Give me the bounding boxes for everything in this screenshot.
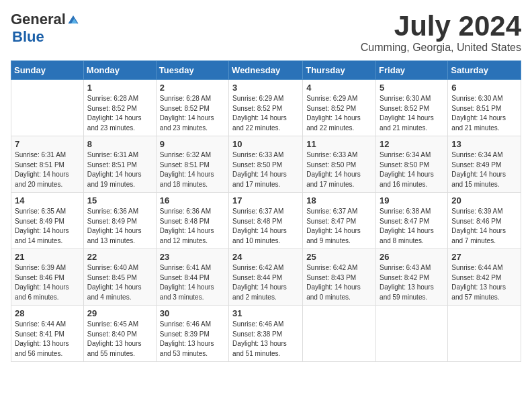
- calendar-cell: 2Sunrise: 6:28 AM Sunset: 8:52 PM Daylig…: [156, 80, 228, 136]
- day-number: 12: [380, 139, 444, 149]
- day-info: Sunrise: 6:44 AM Sunset: 8:41 PM Dayligh…: [15, 320, 80, 359]
- calendar-cell: 26Sunrise: 6:43 AM Sunset: 8:42 PM Dayli…: [376, 249, 448, 306]
- day-number: 8: [87, 139, 152, 149]
- calendar-cell: [11, 80, 84, 136]
- calendar-week-4: 21Sunrise: 6:39 AM Sunset: 8:46 PM Dayli…: [11, 249, 521, 306]
- day-number: 5: [380, 83, 444, 93]
- day-number: 11: [306, 139, 372, 149]
- day-info: Sunrise: 6:44 AM Sunset: 8:42 PM Dayligh…: [451, 263, 517, 302]
- day-info: Sunrise: 6:42 AM Sunset: 8:44 PM Dayligh…: [232, 263, 299, 302]
- logo-icon: [67, 13, 79, 26]
- day-info: Sunrise: 6:34 AM Sunset: 8:50 PM Dayligh…: [380, 150, 444, 189]
- calendar-week-5: 28Sunrise: 6:44 AM Sunset: 8:41 PM Dayli…: [11, 306, 521, 362]
- day-number: 6: [451, 83, 517, 93]
- calendar-cell: 29Sunrise: 6:45 AM Sunset: 8:40 PM Dayli…: [83, 306, 156, 362]
- calendar-cell: 20Sunrise: 6:39 AM Sunset: 8:46 PM Dayli…: [448, 193, 521, 249]
- day-info: Sunrise: 6:31 AM Sunset: 8:51 PM Dayligh…: [15, 150, 80, 189]
- calendar-cell: 15Sunrise: 6:36 AM Sunset: 8:49 PM Dayli…: [83, 193, 156, 249]
- calendar-cell: 17Sunrise: 6:37 AM Sunset: 8:48 PM Dayli…: [229, 193, 303, 249]
- calendar-cell: 19Sunrise: 6:38 AM Sunset: 8:47 PM Dayli…: [376, 193, 448, 249]
- title-area: July 2024 Cumming, Georgia, United State…: [361, 11, 521, 54]
- day-info: Sunrise: 6:34 AM Sunset: 8:49 PM Dayligh…: [451, 150, 517, 189]
- day-number: 17: [232, 195, 299, 205]
- calendar-cell: 4Sunrise: 6:29 AM Sunset: 8:52 PM Daylig…: [303, 80, 376, 136]
- day-number: 7: [15, 139, 80, 149]
- day-info: Sunrise: 6:36 AM Sunset: 8:48 PM Dayligh…: [160, 207, 225, 246]
- calendar-cell: [376, 306, 448, 362]
- calendar-cell: 13Sunrise: 6:34 AM Sunset: 8:49 PM Dayli…: [448, 136, 521, 193]
- day-info: Sunrise: 6:32 AM Sunset: 8:51 PM Dayligh…: [160, 150, 225, 189]
- day-number: 30: [160, 308, 225, 318]
- day-number: 26: [380, 252, 444, 262]
- day-info: Sunrise: 6:29 AM Sunset: 8:52 PM Dayligh…: [306, 94, 372, 133]
- day-number: 27: [451, 252, 517, 262]
- calendar-cell: [303, 306, 376, 362]
- day-number: 18: [306, 195, 372, 205]
- calendar-week-1: 1Sunrise: 6:28 AM Sunset: 8:52 PM Daylig…: [11, 80, 521, 136]
- calendar-cell: 28Sunrise: 6:44 AM Sunset: 8:41 PM Dayli…: [11, 306, 84, 362]
- day-number: 19: [380, 195, 444, 205]
- day-info: Sunrise: 6:39 AM Sunset: 8:46 PM Dayligh…: [451, 207, 517, 246]
- day-number: 15: [87, 195, 152, 205]
- calendar-cell: 14Sunrise: 6:35 AM Sunset: 8:49 PM Dayli…: [11, 193, 84, 249]
- col-header-monday: Monday: [83, 61, 156, 80]
- day-number: 9: [160, 139, 225, 149]
- logo-blue-text: Blue: [12, 28, 44, 45]
- day-number: 23: [160, 252, 225, 262]
- calendar-cell: 3Sunrise: 6:29 AM Sunset: 8:52 PM Daylig…: [229, 80, 303, 136]
- day-number: 25: [306, 252, 372, 262]
- calendar-cell: 5Sunrise: 6:30 AM Sunset: 8:52 PM Daylig…: [376, 80, 448, 136]
- calendar-cell: 25Sunrise: 6:42 AM Sunset: 8:43 PM Dayli…: [303, 249, 376, 306]
- calendar-cell: 30Sunrise: 6:46 AM Sunset: 8:39 PM Dayli…: [156, 306, 228, 362]
- day-info: Sunrise: 6:30 AM Sunset: 8:52 PM Dayligh…: [380, 94, 444, 133]
- month-title: July 2024: [361, 11, 521, 42]
- day-info: Sunrise: 6:30 AM Sunset: 8:51 PM Dayligh…: [451, 94, 517, 133]
- calendar-cell: 22Sunrise: 6:40 AM Sunset: 8:45 PM Dayli…: [83, 249, 156, 306]
- day-info: Sunrise: 6:39 AM Sunset: 8:46 PM Dayligh…: [15, 263, 80, 302]
- calendar-cell: 16Sunrise: 6:36 AM Sunset: 8:48 PM Dayli…: [156, 193, 228, 249]
- day-info: Sunrise: 6:41 AM Sunset: 8:44 PM Dayligh…: [160, 263, 225, 302]
- day-info: Sunrise: 6:40 AM Sunset: 8:45 PM Dayligh…: [87, 263, 152, 302]
- logo: General Blue: [11, 11, 79, 46]
- day-info: Sunrise: 6:37 AM Sunset: 8:47 PM Dayligh…: [306, 207, 372, 246]
- day-number: 1: [87, 83, 152, 93]
- calendar-cell: 12Sunrise: 6:34 AM Sunset: 8:50 PM Dayli…: [376, 136, 448, 193]
- col-header-friday: Friday: [376, 61, 448, 80]
- header: General Blue July 2024 Cumming, Georgia,…: [11, 11, 521, 54]
- day-info: Sunrise: 6:43 AM Sunset: 8:42 PM Dayligh…: [380, 263, 444, 302]
- day-number: 29: [87, 308, 152, 318]
- calendar-cell: 11Sunrise: 6:33 AM Sunset: 8:50 PM Dayli…: [303, 136, 376, 193]
- day-info: Sunrise: 6:33 AM Sunset: 8:50 PM Dayligh…: [232, 150, 299, 189]
- calendar-cell: 7Sunrise: 6:31 AM Sunset: 8:51 PM Daylig…: [11, 136, 84, 193]
- calendar-cell: 10Sunrise: 6:33 AM Sunset: 8:50 PM Dayli…: [229, 136, 303, 193]
- day-number: 16: [160, 195, 225, 205]
- day-info: Sunrise: 6:37 AM Sunset: 8:48 PM Dayligh…: [232, 207, 299, 246]
- day-number: 2: [160, 83, 225, 93]
- calendar-cell: [448, 306, 521, 362]
- day-number: 13: [451, 139, 517, 149]
- day-number: 10: [232, 139, 299, 149]
- col-header-thursday: Thursday: [303, 61, 376, 80]
- day-number: 22: [87, 252, 152, 262]
- calendar-cell: 6Sunrise: 6:30 AM Sunset: 8:51 PM Daylig…: [448, 80, 521, 136]
- calendar-week-2: 7Sunrise: 6:31 AM Sunset: 8:51 PM Daylig…: [11, 136, 521, 193]
- day-number: 14: [15, 195, 80, 205]
- calendar-cell: 18Sunrise: 6:37 AM Sunset: 8:47 PM Dayli…: [303, 193, 376, 249]
- day-info: Sunrise: 6:46 AM Sunset: 8:39 PM Dayligh…: [160, 320, 225, 359]
- day-number: 20: [451, 195, 517, 205]
- day-number: 21: [15, 252, 80, 262]
- calendar-cell: 27Sunrise: 6:44 AM Sunset: 8:42 PM Dayli…: [448, 249, 521, 306]
- col-header-saturday: Saturday: [448, 61, 521, 80]
- calendar-cell: 9Sunrise: 6:32 AM Sunset: 8:51 PM Daylig…: [156, 136, 228, 193]
- calendar-cell: 21Sunrise: 6:39 AM Sunset: 8:46 PM Dayli…: [11, 249, 84, 306]
- calendar-cell: 24Sunrise: 6:42 AM Sunset: 8:44 PM Dayli…: [229, 249, 303, 306]
- day-info: Sunrise: 6:33 AM Sunset: 8:50 PM Dayligh…: [306, 150, 372, 189]
- day-info: Sunrise: 6:28 AM Sunset: 8:52 PM Dayligh…: [87, 94, 152, 133]
- day-info: Sunrise: 6:38 AM Sunset: 8:47 PM Dayligh…: [380, 207, 444, 246]
- day-info: Sunrise: 6:29 AM Sunset: 8:52 PM Dayligh…: [232, 94, 299, 133]
- day-info: Sunrise: 6:45 AM Sunset: 8:40 PM Dayligh…: [87, 320, 152, 359]
- col-header-wednesday: Wednesday: [229, 61, 303, 80]
- day-number: 28: [15, 308, 80, 318]
- calendar-table: SundayMondayTuesdayWednesdayThursdayFrid…: [11, 60, 521, 362]
- day-info: Sunrise: 6:36 AM Sunset: 8:49 PM Dayligh…: [87, 207, 152, 246]
